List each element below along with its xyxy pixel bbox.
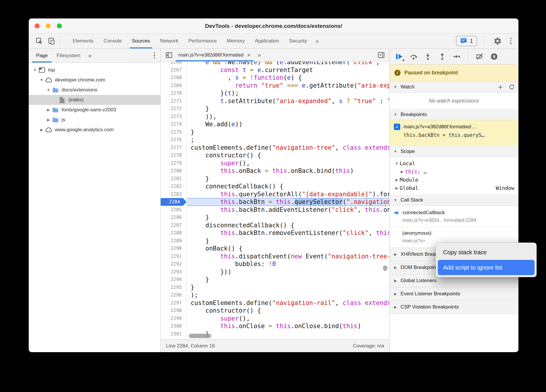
chevron-right-icon[interactable]: ▶: [38, 128, 45, 132]
code-text[interactable]: disconnectedCallback() {: [186, 221, 389, 229]
line-number[interactable]: 2284: [161, 198, 186, 206]
horizontal-scrollbar-thumb[interactable]: [189, 334, 211, 338]
more-options-icon[interactable]: [508, 37, 514, 45]
breakpoints-section-header[interactable]: ▼ Breakpoints: [390, 109, 518, 120]
scope-variable-this[interactable]: ▶ this: …: [390, 168, 518, 176]
deactivate-breakpoints-icon[interactable]: [474, 51, 486, 62]
breakpoint-checkbox[interactable]: ✓: [394, 124, 400, 130]
line-number[interactable]: 2275: [161, 128, 186, 136]
chevron-right-icon[interactable]: ▶: [45, 108, 52, 112]
tab-console[interactable]: Console: [99, 34, 127, 48]
show-debugger-panel-icon[interactable]: [375, 50, 387, 60]
section-header-event-listener-breakpoints[interactable]: ▶Event Listener Breakpoints: [390, 287, 518, 301]
step-icon[interactable]: [451, 51, 462, 62]
code-text[interactable]: return "true" === e.getAttribute("aria-e…: [186, 82, 389, 90]
line-number[interactable]: 2292: [161, 260, 186, 268]
code-text[interactable]: bubbles: !0: [186, 260, 389, 268]
tree-item-index[interactable]: (index): [29, 95, 160, 105]
tab-performance[interactable]: Performance: [183, 34, 222, 48]
call-stack-frame[interactable]: connectedCallback main.js?v=e382d…format…: [390, 208, 518, 225]
tree-item-www-google-analytics-com[interactable]: ▶www.google-analytics.com: [29, 125, 160, 135]
tree-item-developer-chrome-com[interactable]: ▼developer.chrome.com: [29, 75, 160, 85]
line-number[interactable]: 2295: [161, 284, 186, 292]
line-number[interactable]: 2271: [161, 97, 186, 105]
tab-network[interactable]: Network: [155, 34, 183, 48]
line-number[interactable]: 2266: [161, 62, 186, 66]
line-number[interactable]: 2286: [161, 214, 186, 221]
show-navigator-panel-icon[interactable]: [163, 50, 175, 60]
line-number[interactable]: 2280: [161, 167, 186, 175]
scope-section-header[interactable]: ▼ Scope: [390, 146, 518, 157]
line-number[interactable]: 2267: [161, 66, 186, 74]
sidebar-more-tabs-chevron[interactable]: »: [85, 52, 95, 59]
line-number[interactable]: 2272: [161, 105, 186, 113]
code-text[interactable]: this.backBtn = this.querySelector(".navi…: [186, 198, 389, 206]
line-number[interactable]: 2288: [161, 229, 186, 237]
line-number[interactable]: 2270: [161, 89, 186, 97]
line-number[interactable]: 2281: [161, 175, 186, 183]
more-tabs-chevron[interactable]: »: [312, 38, 322, 45]
code-text[interactable]: connectedCallback() {: [186, 183, 389, 190]
sidebar-tab-page[interactable]: Page: [32, 49, 52, 62]
code-text[interactable]: }: [186, 128, 389, 136]
line-number[interactable]: 2298: [161, 307, 186, 315]
code-text[interactable]: }(t);: [186, 89, 389, 97]
editor-tab-main-js[interactable]: main.js?v=e382d86f:formatted ×: [175, 49, 254, 61]
line-number[interactable]: 2290: [161, 245, 186, 253]
line-number[interactable]: 2283: [161, 190, 186, 198]
line-number[interactable]: 2299: [161, 315, 186, 323]
refresh-watch-icon[interactable]: [508, 84, 515, 90]
code-text[interactable]: e && !We.has(e) && (e.addEventListener("…: [186, 62, 389, 66]
line-number[interactable]: 2279: [161, 159, 186, 167]
scope-group-local[interactable]: ▼ Local: [390, 159, 518, 168]
tree-item-js[interactable]: ▶js: [29, 115, 160, 125]
watch-section-header[interactable]: ▼ Watch +: [390, 81, 518, 93]
code-text[interactable]: }: [186, 330, 389, 338]
line-number[interactable]: 2274: [161, 120, 186, 128]
chevron-down-icon[interactable]: ▼: [38, 78, 45, 82]
code-text[interactable]: constructor() {: [186, 307, 389, 315]
breakpoint-entry[interactable]: ✓ main.js?v=e382d86f:formatted:… this.ba…: [390, 120, 518, 146]
menu-item-copy-stack-trace[interactable]: Copy stack trace: [438, 245, 535, 260]
tree-item-docs-extensions[interactable]: ▼docs/extensions: [29, 85, 160, 95]
line-number[interactable]: 2301: [161, 330, 186, 338]
code-text[interactable]: We.add(e)): [186, 120, 389, 128]
line-number[interactable]: 2285: [161, 206, 186, 214]
tab-elements[interactable]: Elements: [68, 34, 99, 48]
resume-script-icon[interactable]: [393, 51, 405, 62]
code-text[interactable]: constructor() {: [186, 151, 389, 159]
line-number[interactable]: 2269: [161, 82, 186, 90]
zoom-window-button[interactable]: [57, 23, 62, 28]
line-number[interactable]: 2273: [161, 113, 186, 121]
tree-item-top[interactable]: ▼top: [29, 65, 160, 75]
step-into-icon[interactable]: [422, 51, 434, 62]
tab-security[interactable]: Security: [284, 34, 312, 48]
code-text[interactable]: }: [186, 105, 389, 113]
editor-more-tabs-chevron[interactable]: »: [254, 52, 264, 58]
code-text[interactable]: })): [186, 268, 389, 276]
close-tab-icon[interactable]: ×: [247, 52, 250, 58]
scope-group-module[interactable]: ▶ Module: [390, 176, 518, 184]
settings-gear-icon[interactable]: [491, 36, 504, 46]
line-number[interactable]: 2296: [161, 291, 186, 299]
code-text[interactable]: }: [186, 175, 389, 183]
vertical-scrollbar-thumb[interactable]: [383, 265, 387, 271]
sidebar-tab-filesystem[interactable]: Filesystem: [52, 49, 85, 62]
console-messages-button[interactable]: 1: [456, 36, 477, 46]
menu-item-add-script-to-ignore-list[interactable]: Add script to ignore list: [438, 260, 535, 275]
code-text[interactable]: this.querySelectorAll("[data-expandable]…: [186, 190, 389, 198]
code-text[interactable]: const t = e.currentTarget: [186, 66, 389, 74]
code-text[interactable]: this.backBtn.addEventListener("click", t…: [186, 206, 389, 214]
step-out-icon[interactable]: [436, 51, 448, 62]
pause-on-exceptions-icon[interactable]: [488, 51, 500, 62]
inspect-element-icon[interactable]: [33, 36, 45, 46]
code-text[interactable]: }: [186, 284, 389, 292]
tree-item-fonts-google-sans-v2003[interactable]: ▶fonts/google-sans-v2003: [29, 105, 160, 115]
line-number[interactable]: 2287: [161, 221, 186, 229]
code-text[interactable]: }: [186, 276, 389, 284]
scope-group-global[interactable]: ▶ Global Window: [390, 184, 518, 192]
code-text[interactable]: super(),: [186, 315, 389, 323]
code-text[interactable]: this.dispatchEvent(new Event("navigation…: [186, 253, 389, 260]
code-text[interactable]: this.onBack = this.onBack.bind(this): [186, 167, 389, 175]
chevron-down-icon[interactable]: ▼: [45, 88, 52, 92]
